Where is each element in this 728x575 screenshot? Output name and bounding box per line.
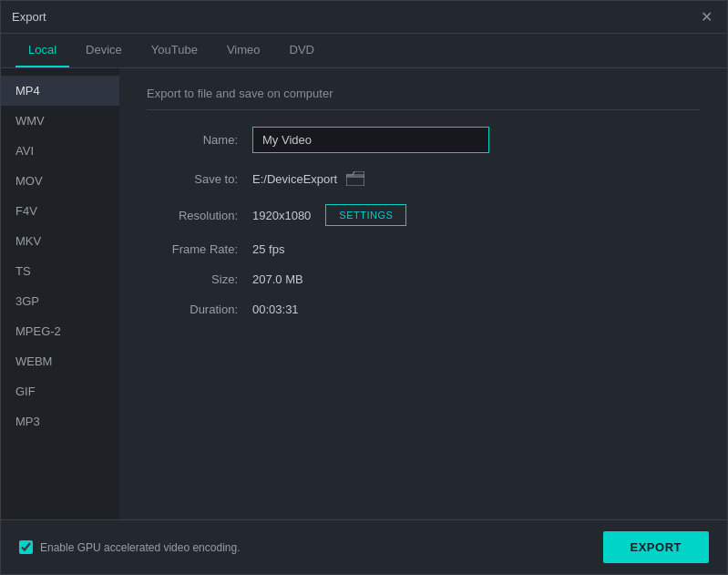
- gpu-label: Enable GPU accelerated video encoding.: [40, 541, 240, 554]
- size-label: Size:: [147, 272, 238, 286]
- main-content: MP4 WMV AVI MOV F4V MKV TS 3GP MPEG-2 WE…: [1, 68, 727, 519]
- sidebar-item-mpeg2[interactable]: MPEG-2: [1, 316, 119, 346]
- close-button[interactable]: ✕: [697, 8, 716, 26]
- tab-device[interactable]: Device: [73, 33, 135, 67]
- export-window: Export ✕ Local Device YouTube Vimeo DVD …: [0, 0, 728, 575]
- save-to-label: Save to:: [147, 172, 238, 186]
- save-to-row: Save to: E:/DeviceExport: [147, 169, 700, 188]
- title-bar: Export ✕: [1, 1, 727, 34]
- frame-rate-row: Frame Rate: 25 fps: [147, 242, 700, 256]
- sidebar-item-mp3[interactable]: MP3: [1, 406, 119, 436]
- browse-folder-button[interactable]: [344, 169, 366, 188]
- tab-dvd[interactable]: DVD: [277, 33, 327, 67]
- settings-button[interactable]: SETTINGS: [325, 204, 406, 226]
- tab-bar: Local Device YouTube Vimeo DVD: [1, 34, 727, 68]
- frame-rate-value: 25 fps: [252, 242, 284, 256]
- sidebar-item-wmv[interactable]: WMV: [1, 106, 119, 136]
- sidebar-item-mkv[interactable]: MKV: [1, 226, 119, 256]
- panel-title: Export to file and save on computer: [147, 87, 700, 110]
- sidebar-item-avi[interactable]: AVI: [1, 136, 119, 166]
- gpu-row: Enable GPU accelerated video encoding.: [19, 540, 240, 554]
- export-button[interactable]: EXPORT: [603, 531, 709, 563]
- tab-youtube[interactable]: YouTube: [138, 33, 210, 67]
- footer: Enable GPU accelerated video encoding. E…: [1, 519, 727, 574]
- resolution-row: Resolution: 1920x1080 SETTINGS: [147, 204, 700, 226]
- export-panel: Export to file and save on computer Name…: [119, 68, 727, 519]
- sidebar-item-webm[interactable]: WEBM: [1, 346, 119, 376]
- name-label: Name:: [147, 133, 238, 147]
- size-value: 207.0 MB: [252, 272, 303, 286]
- save-to-content: E:/DeviceExport: [252, 169, 366, 188]
- sidebar-item-mp4[interactable]: MP4: [1, 76, 119, 106]
- duration-label: Duration:: [147, 303, 238, 316]
- window-title: Export: [12, 10, 46, 24]
- sidebar-item-3gp[interactable]: 3GP: [1, 286, 119, 316]
- duration-row: Duration: 00:03:31: [147, 303, 700, 316]
- sidebar-item-gif[interactable]: GIF: [1, 376, 119, 406]
- sidebar-item-ts[interactable]: TS: [1, 256, 119, 286]
- frame-rate-label: Frame Rate:: [147, 242, 238, 256]
- tab-local[interactable]: Local: [15, 33, 69, 67]
- resolution-value: 1920x1080: [252, 209, 311, 222]
- gpu-checkbox[interactable]: [19, 540, 33, 554]
- resolution-label: Resolution:: [147, 209, 238, 222]
- sidebar-item-mov[interactable]: MOV: [1, 166, 119, 196]
- size-row: Size: 207.0 MB: [147, 272, 700, 286]
- sidebar: MP4 WMV AVI MOV F4V MKV TS 3GP MPEG-2 WE…: [1, 68, 119, 519]
- save-to-value: E:/DeviceExport: [252, 172, 337, 186]
- tab-vimeo[interactable]: Vimeo: [214, 33, 273, 67]
- duration-value: 00:03:31: [252, 303, 299, 316]
- name-input[interactable]: [252, 127, 489, 153]
- sidebar-item-f4v[interactable]: F4V: [1, 196, 119, 226]
- name-row: Name:: [147, 127, 700, 153]
